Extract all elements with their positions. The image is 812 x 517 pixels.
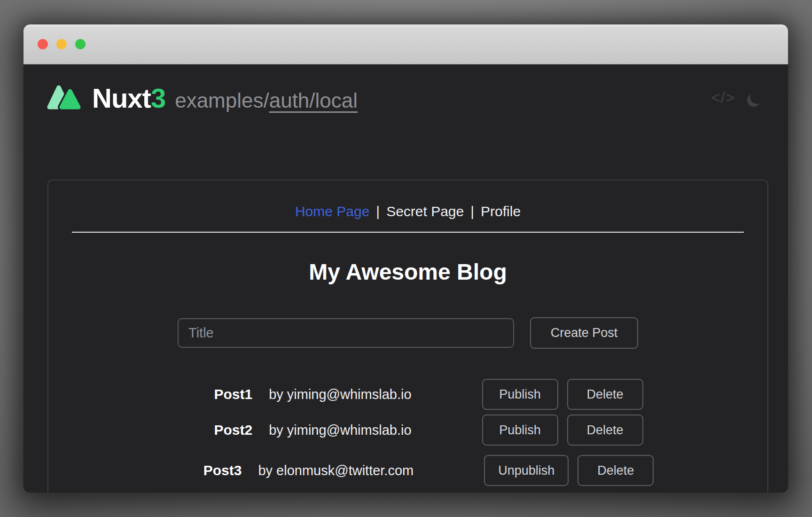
- source-code-icon[interactable]: </>: [711, 89, 735, 107]
- main-panel: Home Page|Secret Page|Profile My Awesome…: [47, 180, 768, 493]
- create-post-form: Create Post: [178, 317, 638, 349]
- delete-button[interactable]: Delete: [567, 379, 643, 410]
- brand-line: Nuxt3 examples/auth/local: [92, 82, 358, 114]
- post-actions: UnpublishDelete: [484, 455, 654, 486]
- brand-version: 3: [151, 82, 165, 114]
- window-titlebar[interactable]: [23, 24, 788, 64]
- brand-name: Nuxt: [92, 82, 151, 114]
- app-body: Nuxt3 examples/auth/local </> Home Page|…: [23, 82, 788, 493]
- screenshot-stage: Nuxt3 examples/auth/local </> Home Page|…: [0, 0, 812, 517]
- post-row: Post3by elonmusk@twitter.comUnpublishDel…: [69, 455, 788, 486]
- page-title: My Awesome Blog: [309, 260, 507, 284]
- delete-button[interactable]: Delete: [578, 455, 654, 486]
- breadcrumb-prefix: examples/: [175, 89, 269, 112]
- unpublish-button[interactable]: Unpublish: [484, 455, 569, 486]
- nuxt-logo-icon: [47, 84, 84, 112]
- post-title: Post3: [203, 462, 242, 478]
- post-list: Post1by yiming@whimslab.ioPublishDeleteP…: [69, 379, 788, 486]
- app-header: Nuxt3 examples/auth/local </>: [23, 82, 788, 113]
- page-nav: Home Page|Secret Page|Profile: [295, 202, 521, 221]
- traffic-light-close[interactable]: [38, 39, 48, 49]
- post-actions: PublishDelete: [482, 379, 643, 410]
- traffic-light-zoom[interactable]: [75, 39, 86, 49]
- title-input[interactable]: [178, 318, 514, 348]
- header-icons: </>: [711, 89, 765, 107]
- create-post-button[interactable]: Create Post: [530, 317, 638, 349]
- nav-divider: [72, 232, 744, 233]
- breadcrumb-link[interactable]: auth/local: [269, 89, 358, 112]
- post-row: Post1by yiming@whimslab.ioPublishDelete: [69, 379, 788, 410]
- post-actions: PublishDelete: [482, 415, 643, 446]
- nav-link-secret-page[interactable]: Secret Page: [386, 204, 464, 219]
- nav-link-profile[interactable]: Profile: [481, 204, 521, 219]
- post-author: by yiming@whimslab.io: [269, 387, 411, 402]
- publish-button[interactable]: Publish: [482, 379, 558, 410]
- publish-button[interactable]: Publish: [482, 415, 558, 446]
- post-title: Post2: [214, 422, 252, 438]
- post-author: by elonmusk@twitter.com: [258, 463, 414, 478]
- traffic-light-minimize[interactable]: [56, 39, 67, 49]
- delete-button[interactable]: Delete: [567, 415, 643, 446]
- breadcrumb: examples/auth/local: [175, 89, 358, 112]
- post-title: Post1: [214, 386, 252, 402]
- post-row: Post2by yiming@whimslab.ioPublishDelete: [69, 415, 788, 446]
- post-author: by yiming@whimslab.io: [269, 423, 411, 438]
- nav-link-home-page[interactable]: Home Page: [295, 204, 369, 219]
- nav-separator: |: [470, 204, 474, 219]
- app-window: Nuxt3 examples/auth/local </> Home Page|…: [23, 24, 788, 493]
- moon-icon[interactable]: [749, 90, 765, 106]
- nav-separator: |: [376, 204, 380, 219]
- traffic-lights: [38, 39, 86, 49]
